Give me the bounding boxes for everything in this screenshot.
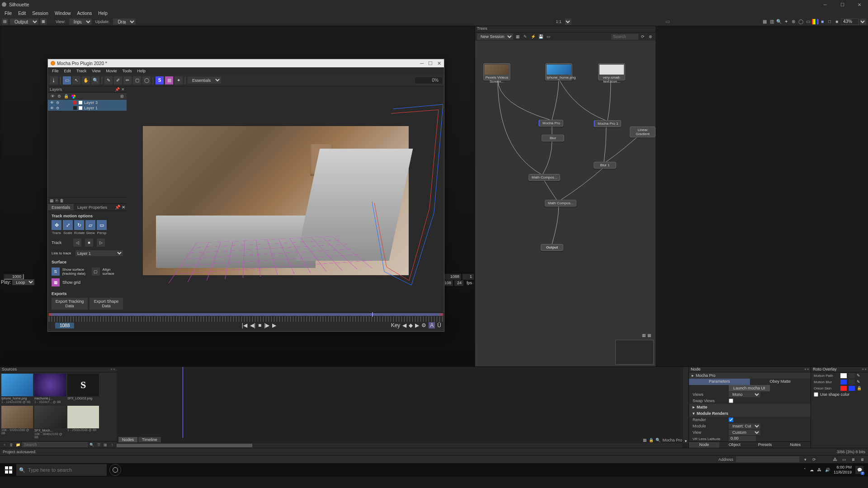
zoom-input[interactable] <box>841 19 859 25</box>
sources-list-icon[interactable]: ☰ <box>96 442 101 447</box>
mocha-menu-file[interactable]: File <box>50 69 61 73</box>
address-go-icon[interactable]: ▾ <box>802 456 808 463</box>
viewer-area[interactable]: Play: Loop 1088 1 108 24 fps Mocha Pro P… <box>0 26 475 366</box>
maximize-button[interactable]: ☐ <box>835 2 849 7</box>
timeline-panel[interactable]: ▼ Nodes Timeline ▦ 🔒 🔍 Mocha Pro <box>117 366 689 448</box>
footer-tab-notes[interactable]: Notes <box>780 442 811 448</box>
expand-icon[interactable]: ▸ <box>693 405 695 409</box>
track-stop-button[interactable]: ■ <box>85 239 93 247</box>
track-skew-button[interactable]: ▱ <box>85 220 95 230</box>
tray-network-icon[interactable]: 🖧 <box>817 468 821 472</box>
mocha-frame-number[interactable]: 1088 <box>55 323 74 328</box>
inspector-tab-params[interactable]: Parameters <box>689 379 750 385</box>
mocha-timeline-track[interactable] <box>49 313 443 316</box>
source-item-2[interactable]: SSFX_LOGO2.png <box>67 374 99 404</box>
node-output[interactable]: Output <box>541 244 563 251</box>
layer-gear-icon[interactable]: ⚙ <box>56 101 61 105</box>
color-picker-icon[interactable] <box>812 19 818 25</box>
sources-grid-icon[interactable]: ▦ <box>103 442 108 447</box>
frame-current[interactable]: 1088 <box>443 274 461 280</box>
sources-search-icon[interactable]: 🔍 <box>89 442 94 447</box>
mocha-menu-movie[interactable]: Movie <box>104 69 119 73</box>
net1-icon[interactable]: 🖧 <box>832 456 838 463</box>
u-icon[interactable]: Ü <box>437 322 441 328</box>
footer-tab-node[interactable]: Node <box>689 442 719 448</box>
mocha-first-button[interactable]: |◀ <box>242 322 247 328</box>
close-panel-icon[interactable]: ✕ <box>121 87 125 92</box>
tab-timeline[interactable]: Timeline <box>138 437 161 442</box>
toolbar-icon[interactable]: ▤ <box>2 19 8 25</box>
mocha-minimize-button[interactable]: ─ <box>420 61 424 66</box>
inspector-tab-obey[interactable]: Obey Matte <box>750 379 811 385</box>
layer-visible-icon[interactable]: 👁 <box>50 106 54 110</box>
footer-tab-object[interactable]: Object <box>719 442 750 448</box>
pin-icon[interactable]: 📌 <box>115 87 120 92</box>
sources-sort-icon[interactable]: ↕ <box>109 442 115 447</box>
mocha-rect-tool[interactable]: ▢ <box>133 76 141 84</box>
tl-add-icon[interactable]: ▦ <box>643 438 647 442</box>
mocha-stop-button[interactable]: ■ <box>258 322 261 328</box>
module-select[interactable]: Insert: Cutout <box>729 423 760 429</box>
trees-bolt-icon[interactable]: ⚡ <box>530 33 536 40</box>
sources-pin-icon[interactable]: ▫ <box>111 367 112 371</box>
tl-lock-icon[interactable]: 🔒 <box>649 438 654 442</box>
node-blur-1[interactable]: Blur 1 <box>594 162 616 169</box>
cortana-button[interactable] <box>109 464 121 476</box>
mocha-save-icon[interactable]: ⭳ <box>50 76 58 84</box>
play-mode-select[interactable]: Loop <box>12 279 34 285</box>
update-mode-select[interactable]: Drag <box>113 19 136 25</box>
timeline-vscroll[interactable]: ▼ <box>683 367 689 443</box>
fps-value[interactable]: 24 <box>454 280 463 286</box>
trees-clear-icon[interactable]: ⊗ <box>647 33 654 40</box>
node-math-compos-2[interactable]: Math Compos... <box>545 200 576 206</box>
zoom-select[interactable] <box>860 19 866 25</box>
onion-color2[interactable] <box>849 386 855 391</box>
frame-r1[interactable]: 1 <box>462 274 474 280</box>
source-item-3[interactable]: 108 - 868x488 @ 8B <box>1 406 33 440</box>
trees-edit-icon[interactable]: ✎ <box>522 33 528 40</box>
align-surface-button[interactable]: ▢ <box>92 267 100 276</box>
sources-search-input[interactable] <box>22 442 88 447</box>
trees-render-icon[interactable]: ▭ <box>545 33 552 40</box>
mocha-tab-essentials[interactable]: Essentials <box>48 204 74 211</box>
sources-close-icon[interactable]: ▫ <box>113 367 115 371</box>
layer-color-swatch[interactable] <box>73 106 77 110</box>
notifications-button[interactable]: 💬 7 <box>855 466 863 474</box>
mocha-zoom-tool[interactable]: 🔍 <box>91 76 99 84</box>
node-linear-gradient[interactable]: Linear Gradient <box>630 127 656 137</box>
timeline-hscroll[interactable] <box>117 443 682 448</box>
menu-help[interactable]: Help <box>95 11 110 16</box>
tray-up-icon[interactable]: ˄ <box>804 468 806 472</box>
onion-lock-icon[interactable]: 🔒 <box>857 386 862 390</box>
mocha-arrow-tool[interactable]: ↖ <box>72 76 80 84</box>
motion-blur-color1[interactable] <box>840 380 847 385</box>
session-select[interactable]: New Session 1 <box>477 33 513 40</box>
zoom-icon[interactable]: 🔍 <box>776 19 782 25</box>
node-source-pexels[interactable]: Pexels Videos Screen... <box>483 63 510 80</box>
ratio-select[interactable] <box>565 19 571 25</box>
mocha-xspline-tool[interactable]: ✎ <box>104 76 113 84</box>
show-surface-button[interactable]: S <box>52 267 60 276</box>
sources-del-icon[interactable]: 🗑 <box>9 442 14 447</box>
show-grid-button[interactable]: ▦ <box>52 278 60 286</box>
layout2-icon[interactable]: ▥ <box>769 19 775 25</box>
node-mocha-pro[interactable]: Mocha Pro <box>538 120 563 127</box>
mocha-surface-toggle[interactable]: S <box>156 76 164 84</box>
source-item-4[interactable]: SFX_Moch...108 - 3840x2160 @ 8B <box>34 406 66 440</box>
taskbar-search-input[interactable] <box>28 467 104 473</box>
taskbar-search[interactable]: 🔍 <box>16 464 107 476</box>
address-refresh-icon[interactable]: ⟳ <box>811 456 817 463</box>
mocha-select-tool[interactable]: ▭ <box>63 76 71 84</box>
close-button[interactable]: ✕ <box>853 2 866 7</box>
render-checkbox[interactable] <box>729 418 733 422</box>
timeline-playhead[interactable] <box>183 367 183 438</box>
sw2-icon[interactable]: □ <box>826 19 833 25</box>
tray-volume-icon[interactable]: 🔊 <box>825 468 830 472</box>
shape-color-checkbox[interactable] <box>814 392 818 397</box>
mocha-tab-layerprops[interactable]: Layer Properties <box>74 204 111 211</box>
sources-add-icon[interactable]: + <box>2 442 7 447</box>
menu-session[interactable]: Session <box>29 11 51 16</box>
mocha-magnetic-tool[interactable]: ✏ <box>123 76 132 84</box>
export-shape-button[interactable]: Export Shape Data <box>90 298 123 310</box>
track-scale-button[interactable]: ⤢ <box>63 220 73 230</box>
